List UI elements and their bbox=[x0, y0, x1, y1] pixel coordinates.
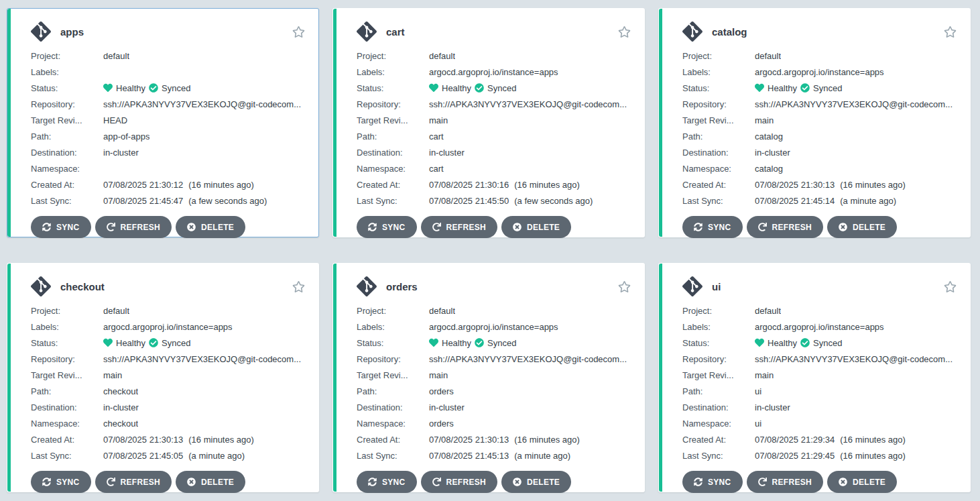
field-row-path: Path: cart bbox=[357, 128, 631, 144]
field-row-labels: Labels: argocd.argoproj.io/instance=apps bbox=[357, 64, 631, 80]
last-sync-timestamp: 07/08/2025 21:45:13 bbox=[429, 451, 509, 461]
created-at-timestamp: 07/08/2025 21:30:16 bbox=[429, 180, 509, 190]
field-row-destination: Destination: in-cluster bbox=[682, 144, 957, 160]
status-value: Healthy Synced bbox=[103, 338, 190, 348]
field-row-namespace: Namespace: checkout bbox=[31, 415, 305, 431]
sync-button[interactable]: SYNC bbox=[357, 216, 417, 238]
field-label: Repository: bbox=[357, 99, 429, 109]
delete-button[interactable]: DELETE bbox=[176, 216, 245, 238]
repository-value: ssh://APKA3NYVY37VEX3EKOJQ@git-codecom..… bbox=[103, 354, 301, 364]
favorite-star-icon[interactable] bbox=[944, 280, 957, 293]
git-application-icon bbox=[682, 21, 702, 42]
last-sync-value: 07/08/2025 21:45:47(a few seconds ago) bbox=[103, 196, 267, 206]
delete-button[interactable]: DELETE bbox=[176, 471, 245, 493]
favorite-star-icon[interactable] bbox=[618, 25, 631, 38]
times-circle-icon bbox=[513, 478, 522, 486]
field-label: Target Revi... bbox=[682, 370, 755, 380]
last-sync-relative: (a minute ago) bbox=[514, 451, 570, 461]
application-tile[interactable]: catalog Project: default Labels: argocd.… bbox=[658, 8, 971, 237]
times-circle-icon bbox=[187, 478, 196, 486]
application-tile[interactable]: cart Project: default Labels: argocd.arg… bbox=[332, 8, 645, 237]
delete-button[interactable]: DELETE bbox=[501, 471, 571, 493]
delete-button-label: DELETE bbox=[853, 223, 885, 232]
git-application-icon bbox=[357, 276, 377, 296]
last-sync-value: 07/08/2025 21:29:45(16 minutes ago) bbox=[755, 451, 906, 461]
field-label: Destination: bbox=[357, 148, 429, 158]
sync-button[interactable]: SYNC bbox=[357, 471, 417, 493]
refresh-button[interactable]: REFRESH bbox=[95, 471, 172, 493]
field-row-created-at: Created At: 07/08/2025 21:29:34(16 minut… bbox=[682, 431, 957, 447]
sync-status-text: Synced bbox=[487, 83, 516, 93]
refresh-button-label: REFRESH bbox=[772, 478, 812, 487]
refresh-button-label: REFRESH bbox=[121, 478, 160, 487]
application-tile[interactable]: apps Project: default Labels: Status: He… bbox=[7, 8, 319, 237]
tile-actions: SYNC REFRESH DELETE bbox=[357, 471, 631, 493]
field-label: Namespace: bbox=[682, 164, 755, 174]
field-label: Path: bbox=[357, 131, 429, 142]
created-at-relative: (16 minutes ago) bbox=[514, 180, 580, 190]
field-row-project: Project: default bbox=[31, 48, 305, 64]
delete-button[interactable]: DELETE bbox=[827, 216, 897, 238]
application-tile[interactable]: orders Project: default Labels: argocd.a… bbox=[332, 263, 645, 492]
redo-arrow-icon bbox=[432, 478, 441, 486]
application-tile[interactable]: checkout Project: default Labels: argocd… bbox=[7, 263, 319, 492]
refresh-button[interactable]: REFRESH bbox=[747, 471, 823, 493]
field-row-status: Status: Healthy Synced bbox=[682, 80, 957, 96]
path-value: ui bbox=[755, 386, 761, 396]
redo-arrow-icon bbox=[432, 223, 441, 231]
status-value: Healthy Synced bbox=[755, 83, 842, 93]
path-value: orders bbox=[429, 386, 454, 396]
field-label: Path: bbox=[357, 386, 429, 396]
refresh-button[interactable]: REFRESH bbox=[421, 216, 497, 238]
created-at-value: 07/08/2025 21:30:13(16 minutes ago) bbox=[755, 180, 906, 190]
refresh-button[interactable]: REFRESH bbox=[747, 216, 823, 238]
sync-button[interactable]: SYNC bbox=[31, 216, 91, 238]
favorite-star-icon[interactable] bbox=[292, 280, 305, 293]
field-label: Last Sync: bbox=[31, 451, 103, 461]
target-revision-value: HEAD bbox=[103, 115, 127, 125]
field-label: Last Sync: bbox=[357, 196, 429, 206]
application-name: orders bbox=[386, 281, 418, 292]
synced-check-icon bbox=[800, 83, 810, 93]
target-revision-value: main bbox=[755, 115, 774, 125]
field-label: Labels: bbox=[31, 322, 103, 332]
field-row-project: Project: default bbox=[31, 302, 305, 319]
refresh-button-label: REFRESH bbox=[446, 223, 486, 232]
created-at-value: 07/08/2025 21:30:13(16 minutes ago) bbox=[429, 435, 580, 445]
field-label: Path: bbox=[682, 131, 755, 142]
field-label: Destination: bbox=[682, 402, 755, 412]
field-row-labels: Labels: argocd.argoproj.io/instance=apps bbox=[357, 319, 631, 335]
labels-value: argocd.argoproj.io/instance=apps bbox=[429, 322, 558, 332]
tile-actions: SYNC REFRESH DELETE bbox=[31, 216, 305, 238]
field-row-path: Path: app-of-apps bbox=[31, 128, 305, 144]
delete-button[interactable]: DELETE bbox=[827, 471, 897, 493]
sync-button[interactable]: SYNC bbox=[682, 471, 743, 493]
field-label: Project: bbox=[682, 51, 755, 61]
refresh-button[interactable]: REFRESH bbox=[95, 216, 172, 238]
sync-button[interactable]: SYNC bbox=[682, 216, 743, 238]
application-tile[interactable]: ui Project: default Labels: argocd.argop… bbox=[658, 263, 971, 492]
tile-actions: SYNC REFRESH DELETE bbox=[682, 471, 957, 493]
favorite-star-icon[interactable] bbox=[944, 25, 957, 38]
synced-check-icon bbox=[149, 83, 158, 93]
favorite-star-icon[interactable] bbox=[618, 280, 631, 293]
sync-button[interactable]: SYNC bbox=[31, 471, 91, 493]
labels-value: argocd.argoproj.io/instance=apps bbox=[755, 67, 884, 77]
field-row-target-revision: Target Revi... main bbox=[682, 367, 957, 383]
health-status-text: Healthy bbox=[116, 83, 145, 93]
healthy-heart-icon bbox=[429, 83, 438, 93]
created-at-relative: (16 minutes ago) bbox=[840, 435, 906, 445]
healthy-heart-icon bbox=[103, 338, 113, 347]
favorite-star-icon[interactable] bbox=[292, 25, 305, 38]
git-application-icon bbox=[357, 21, 377, 42]
sync-arrows-icon bbox=[42, 223, 51, 231]
delete-button[interactable]: DELETE bbox=[501, 216, 571, 238]
project-value: default bbox=[755, 51, 781, 61]
field-row-created-at: Created At: 07/08/2025 21:30:12(16 minut… bbox=[31, 176, 305, 192]
field-label: Created At: bbox=[31, 180, 103, 190]
field-label: Destination: bbox=[682, 148, 755, 158]
refresh-button[interactable]: REFRESH bbox=[421, 471, 497, 493]
target-revision-value: main bbox=[429, 370, 448, 380]
sync-status-text: Synced bbox=[487, 338, 516, 348]
health-status-text: Healthy bbox=[768, 338, 797, 348]
